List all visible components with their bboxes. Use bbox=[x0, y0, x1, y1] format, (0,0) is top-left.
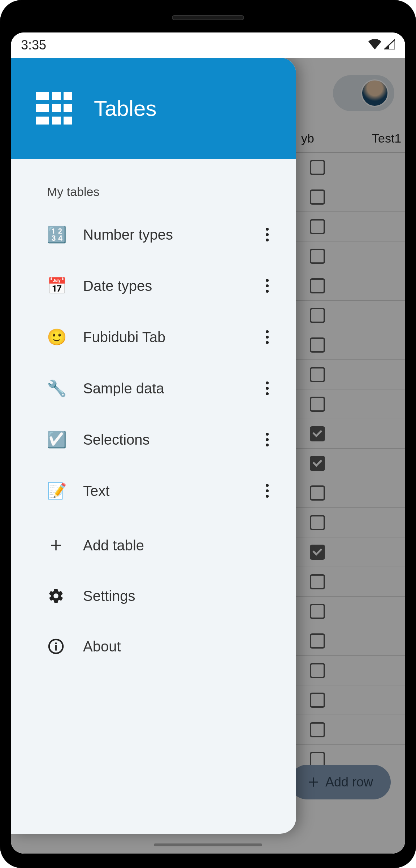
wifi-icon bbox=[368, 38, 381, 53]
more-options-button[interactable] bbox=[260, 381, 274, 396]
app-body: yb Test1 Add row bbox=[11, 58, 405, 854]
plus-icon bbox=[307, 776, 320, 788]
add-row-label: Add row bbox=[325, 775, 373, 790]
info-icon bbox=[47, 638, 65, 655]
drawer-tables-list: 🔢Number types📅Date types🙂Fubidubi Tab🔧Sa… bbox=[11, 209, 296, 516]
about-button[interactable]: About bbox=[11, 621, 296, 672]
plus-icon bbox=[47, 538, 65, 553]
svg-rect-2 bbox=[55, 645, 57, 650]
drawer-section-title: My tables bbox=[11, 177, 296, 209]
table-emoji-icon: 📝 bbox=[47, 481, 65, 500]
more-options-button[interactable] bbox=[260, 330, 274, 344]
drawer-table-item[interactable]: ☑️Selections bbox=[11, 414, 296, 465]
drawer-table-item[interactable]: 🔧Sample data bbox=[11, 363, 296, 414]
more-options-button[interactable] bbox=[260, 279, 274, 293]
drawer-table-item[interactable]: 📝Text bbox=[11, 465, 296, 516]
table-label: Sample data bbox=[83, 380, 242, 397]
tables-logo-icon bbox=[36, 92, 72, 125]
navigation-drawer: Tables My tables 🔢Number types📅Date type… bbox=[11, 58, 296, 834]
drawer-title: Tables bbox=[94, 96, 156, 121]
drawer-header: Tables bbox=[11, 58, 296, 159]
gesture-handle[interactable] bbox=[154, 843, 262, 846]
status-time: 3:35 bbox=[21, 38, 46, 53]
about-label: About bbox=[83, 638, 121, 655]
table-emoji-icon: ☑️ bbox=[47, 430, 65, 449]
drawer-body: My tables 🔢Number types📅Date types🙂Fubid… bbox=[11, 159, 296, 834]
add-table-button[interactable]: Add table bbox=[11, 520, 296, 571]
status-bar: 3:35 bbox=[11, 32, 405, 58]
settings-button[interactable]: Settings bbox=[11, 571, 296, 621]
speaker-grille bbox=[172, 15, 244, 20]
gear-icon bbox=[47, 588, 65, 604]
table-label: Date types bbox=[83, 278, 242, 294]
add-row-button[interactable]: Add row bbox=[290, 765, 391, 799]
status-icons bbox=[368, 38, 395, 53]
more-options-button[interactable] bbox=[260, 227, 274, 242]
add-table-label: Add table bbox=[83, 537, 144, 554]
device-frame: 3:35 yb Te bbox=[0, 0, 416, 868]
drawer-table-item[interactable]: 🔢Number types bbox=[11, 209, 296, 260]
cellular-icon bbox=[384, 38, 395, 53]
settings-label: Settings bbox=[83, 588, 135, 604]
table-emoji-icon: 📅 bbox=[47, 276, 65, 295]
table-label: Selections bbox=[83, 432, 242, 448]
more-options-button[interactable] bbox=[260, 432, 274, 447]
table-label: Text bbox=[83, 483, 242, 499]
table-emoji-icon: 🔧 bbox=[47, 379, 65, 398]
more-options-button[interactable] bbox=[260, 484, 274, 498]
screen: 3:35 yb Te bbox=[11, 32, 405, 854]
table-label: Fubidubi Tab bbox=[83, 329, 242, 345]
table-emoji-icon: 🙂 bbox=[47, 328, 65, 346]
drawer-table-item[interactable]: 📅Date types bbox=[11, 260, 296, 311]
drawer-table-item[interactable]: 🙂Fubidubi Tab bbox=[11, 311, 296, 363]
table-emoji-icon: 🔢 bbox=[47, 225, 65, 244]
table-label: Number types bbox=[83, 227, 242, 243]
svg-point-1 bbox=[55, 642, 57, 644]
